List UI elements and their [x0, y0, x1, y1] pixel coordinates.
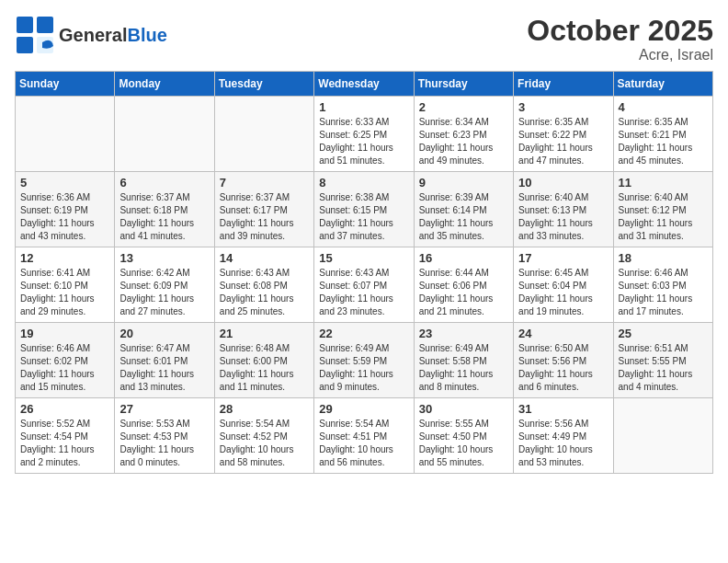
calendar-cell: 13Sunrise: 6:42 AM Sunset: 6:09 PM Dayli…	[115, 247, 214, 323]
day-number: 11	[619, 176, 708, 190]
day-number: 14	[220, 251, 309, 265]
calendar-cell	[115, 97, 214, 172]
calendar-cell: 15Sunrise: 6:43 AM Sunset: 6:07 PM Dayli…	[314, 247, 414, 323]
day-info: Sunrise: 6:37 AM Sunset: 6:17 PM Dayligh…	[220, 191, 309, 243]
calendar-cell: 4Sunrise: 6:35 AM Sunset: 6:21 PM Daylig…	[613, 97, 712, 172]
day-number: 2	[419, 100, 508, 114]
calendar-cell: 10Sunrise: 6:40 AM Sunset: 6:13 PM Dayli…	[514, 172, 613, 247]
day-info: Sunrise: 6:51 AM Sunset: 5:55 PM Dayligh…	[619, 342, 708, 394]
calendar-cell	[16, 97, 115, 172]
calendar-cell: 5Sunrise: 6:36 AM Sunset: 6:19 PM Daylig…	[16, 172, 115, 247]
day-info: Sunrise: 6:35 AM Sunset: 6:22 PM Dayligh…	[518, 116, 608, 167]
logo-icon	[15, 15, 55, 55]
calendar-cell: 26Sunrise: 5:52 AM Sunset: 4:54 PM Dayli…	[16, 398, 115, 474]
day-number: 17	[518, 251, 608, 265]
day-number: 16	[419, 251, 508, 265]
day-info: Sunrise: 6:44 AM Sunset: 6:06 PM Dayligh…	[419, 267, 508, 318]
day-number: 18	[619, 251, 708, 265]
calendar-cell: 29Sunrise: 5:54 AM Sunset: 4:51 PM Dayli…	[314, 398, 414, 474]
calendar-cell: 9Sunrise: 6:39 AM Sunset: 6:14 PM Daylig…	[414, 172, 513, 247]
calendar-cell: 24Sunrise: 6:50 AM Sunset: 5:56 PM Dayli…	[514, 323, 613, 398]
day-info: Sunrise: 6:43 AM Sunset: 6:07 PM Dayligh…	[319, 267, 408, 318]
page-header: GeneralBlue October 2025 Acre, Israel	[15, 15, 713, 63]
day-info: Sunrise: 6:43 AM Sunset: 6:08 PM Dayligh…	[220, 267, 309, 318]
day-info: Sunrise: 6:35 AM Sunset: 6:21 PM Dayligh…	[619, 116, 708, 167]
title-block: October 2025 Acre, Israel	[527, 15, 713, 63]
calendar-cell: 1Sunrise: 6:33 AM Sunset: 6:25 PM Daylig…	[314, 97, 414, 172]
header-tuesday: Tuesday	[214, 72, 313, 97]
day-number: 12	[20, 251, 109, 265]
day-number: 21	[220, 327, 309, 340]
day-number: 22	[319, 327, 408, 340]
calendar-cell: 22Sunrise: 6:49 AM Sunset: 5:59 PM Dayli…	[314, 323, 414, 398]
header-sunday: Sunday	[16, 72, 115, 97]
day-number: 7	[220, 176, 309, 190]
svg-rect-1	[37, 17, 53, 33]
day-info: Sunrise: 6:45 AM Sunset: 6:04 PM Dayligh…	[518, 267, 608, 318]
day-info: Sunrise: 6:47 AM Sunset: 6:01 PM Dayligh…	[119, 342, 209, 394]
day-info: Sunrise: 5:56 AM Sunset: 4:49 PM Dayligh…	[518, 418, 608, 469]
week-row-4: 19Sunrise: 6:46 AM Sunset: 6:02 PM Dayli…	[16, 323, 713, 398]
calendar-cell: 30Sunrise: 5:55 AM Sunset: 4:50 PM Dayli…	[414, 398, 513, 474]
calendar-cell: 20Sunrise: 6:47 AM Sunset: 6:01 PM Dayli…	[115, 323, 214, 398]
day-info: Sunrise: 6:40 AM Sunset: 6:13 PM Dayligh…	[518, 191, 608, 243]
location-title: Acre, Israel	[527, 47, 713, 63]
header-thursday: Thursday	[414, 72, 513, 97]
day-number: 9	[419, 176, 508, 190]
day-info: Sunrise: 6:41 AM Sunset: 6:10 PM Dayligh…	[20, 267, 109, 318]
day-info: Sunrise: 6:39 AM Sunset: 6:14 PM Dayligh…	[419, 191, 508, 243]
month-title: October 2025	[527, 15, 713, 47]
day-number: 29	[319, 402, 408, 416]
day-info: Sunrise: 6:33 AM Sunset: 6:25 PM Dayligh…	[319, 116, 408, 167]
header-wednesday: Wednesday	[314, 72, 414, 97]
day-info: Sunrise: 6:46 AM Sunset: 6:02 PM Dayligh…	[20, 342, 109, 394]
day-info: Sunrise: 6:50 AM Sunset: 5:56 PM Dayligh…	[518, 342, 608, 394]
day-number: 15	[319, 251, 408, 265]
day-info: Sunrise: 6:49 AM Sunset: 5:59 PM Dayligh…	[319, 342, 408, 394]
calendar-cell	[214, 97, 313, 172]
calendar-cell: 3Sunrise: 6:35 AM Sunset: 6:22 PM Daylig…	[514, 97, 613, 172]
day-info: Sunrise: 6:40 AM Sunset: 6:12 PM Dayligh…	[619, 191, 708, 243]
day-number: 27	[119, 402, 209, 416]
header-monday: Monday	[115, 72, 214, 97]
day-info: Sunrise: 6:42 AM Sunset: 6:09 PM Dayligh…	[119, 267, 209, 318]
week-row-1: 1Sunrise: 6:33 AM Sunset: 6:25 PM Daylig…	[16, 97, 713, 172]
day-number: 24	[518, 327, 608, 340]
calendar-cell: 2Sunrise: 6:34 AM Sunset: 6:23 PM Daylig…	[414, 97, 513, 172]
calendar-cell: 31Sunrise: 5:56 AM Sunset: 4:49 PM Dayli…	[514, 398, 613, 474]
day-number: 31	[518, 402, 608, 416]
day-number: 10	[518, 176, 608, 190]
day-info: Sunrise: 6:37 AM Sunset: 6:18 PM Dayligh…	[119, 191, 209, 243]
day-info: Sunrise: 5:53 AM Sunset: 4:53 PM Dayligh…	[119, 418, 209, 469]
day-number: 20	[119, 327, 209, 340]
day-info: Sunrise: 6:49 AM Sunset: 5:58 PM Dayligh…	[419, 342, 508, 394]
calendar-cell: 14Sunrise: 6:43 AM Sunset: 6:08 PM Dayli…	[214, 247, 313, 323]
calendar-body: 1Sunrise: 6:33 AM Sunset: 6:25 PM Daylig…	[16, 97, 713, 474]
day-number: 13	[119, 251, 209, 265]
calendar-cell: 11Sunrise: 6:40 AM Sunset: 6:12 PM Dayli…	[613, 172, 712, 247]
day-number: 6	[119, 176, 209, 190]
day-number: 5	[20, 176, 109, 190]
header-saturday: Saturday	[613, 72, 712, 97]
calendar-table: SundayMondayTuesdayWednesdayThursdayFrid…	[15, 71, 713, 474]
week-row-2: 5Sunrise: 6:36 AM Sunset: 6:19 PM Daylig…	[16, 172, 713, 247]
day-info: Sunrise: 6:34 AM Sunset: 6:23 PM Dayligh…	[419, 116, 508, 167]
day-info: Sunrise: 6:36 AM Sunset: 6:19 PM Dayligh…	[20, 191, 109, 243]
day-number: 1	[319, 100, 408, 114]
day-number: 26	[20, 402, 109, 416]
day-info: Sunrise: 5:54 AM Sunset: 4:52 PM Dayligh…	[220, 418, 309, 469]
week-row-5: 26Sunrise: 5:52 AM Sunset: 4:54 PM Dayli…	[16, 398, 713, 474]
calendar-cell: 12Sunrise: 6:41 AM Sunset: 6:10 PM Dayli…	[16, 247, 115, 323]
calendar-cell: 7Sunrise: 6:37 AM Sunset: 6:17 PM Daylig…	[214, 172, 313, 247]
day-info: Sunrise: 5:54 AM Sunset: 4:51 PM Dayligh…	[319, 418, 408, 469]
header-row: SundayMondayTuesdayWednesdayThursdayFrid…	[16, 72, 713, 97]
logo-blue: Blue	[127, 25, 166, 45]
day-info: Sunrise: 5:52 AM Sunset: 4:54 PM Dayligh…	[20, 418, 109, 469]
day-number: 8	[319, 176, 408, 190]
day-info: Sunrise: 5:55 AM Sunset: 4:50 PM Dayligh…	[419, 418, 508, 469]
week-row-3: 12Sunrise: 6:41 AM Sunset: 6:10 PM Dayli…	[16, 247, 713, 323]
logo: GeneralBlue	[15, 15, 167, 55]
day-number: 28	[220, 402, 309, 416]
calendar-cell: 18Sunrise: 6:46 AM Sunset: 6:03 PM Dayli…	[613, 247, 712, 323]
calendar-cell: 28Sunrise: 5:54 AM Sunset: 4:52 PM Dayli…	[214, 398, 313, 474]
